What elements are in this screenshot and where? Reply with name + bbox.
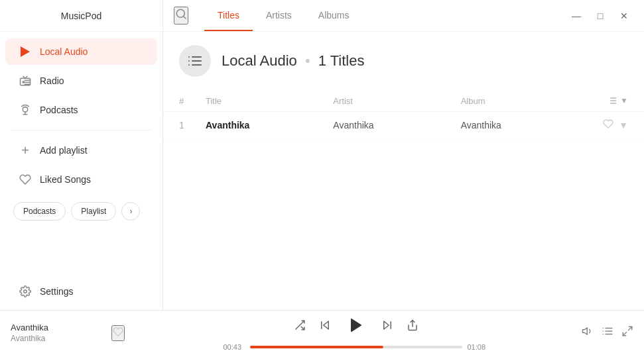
svg-marker-23 xyxy=(323,321,328,329)
sidebar-radio-label: Radio xyxy=(40,76,64,86)
heart-icon xyxy=(19,173,32,186)
svg-marker-29 xyxy=(583,328,588,335)
player-like-button[interactable] xyxy=(111,325,125,341)
player-progress: 00:43 01:08 xyxy=(224,343,489,351)
prev-button[interactable] xyxy=(319,319,331,334)
liked-songs-label: Liked Songs xyxy=(40,174,91,185)
tab-albums[interactable]: Albums xyxy=(305,1,363,31)
app-container: Local Audio Radio Podcasts + Add playlis… xyxy=(0,32,644,310)
next-button[interactable] xyxy=(381,319,393,334)
play-button[interactable] xyxy=(344,315,368,339)
content-area: Local Audio • 1 Titles # Title Artist Al… xyxy=(163,32,644,310)
podcast-icon xyxy=(19,103,32,117)
window-controls: — □ ✕ xyxy=(567,7,633,25)
sidebar-item-radio[interactable]: Radio xyxy=(5,68,157,94)
play-icon xyxy=(19,45,32,58)
sort-icon xyxy=(607,95,617,106)
player-track-info: Avanthika Avanthika xyxy=(11,323,103,343)
progress-bar[interactable] xyxy=(250,346,462,348)
content-title: Local Audio • 1 Titles xyxy=(222,52,364,70)
sidebar-local-audio-label: Local Audio xyxy=(40,46,88,57)
maximize-button[interactable]: □ xyxy=(591,7,610,25)
svg-line-36 xyxy=(629,327,632,330)
svg-marker-26 xyxy=(383,321,389,329)
filter-chevron-button[interactable]: › xyxy=(121,202,140,221)
tab-artists[interactable]: Artists xyxy=(253,1,305,31)
top-bar: MusicPod Titles Artists Albums — □ ✕ xyxy=(0,0,644,32)
like-button[interactable] xyxy=(603,119,613,132)
shuffle-button[interactable] xyxy=(294,319,306,334)
podcasts-filter-button[interactable]: Podcasts xyxy=(13,202,66,221)
sort-chevron-icon: ▼ xyxy=(620,96,628,105)
playlist-filter-button[interactable]: Playlist xyxy=(71,202,116,221)
player-right-controls xyxy=(582,325,633,340)
nav-tabs: Titles Artists Albums xyxy=(204,1,363,31)
svg-line-37 xyxy=(623,332,626,336)
settings-gear-icon xyxy=(19,285,32,298)
fullscreen-button[interactable] xyxy=(621,325,633,340)
share-button[interactable] xyxy=(407,319,419,334)
sidebar-item-liked-songs[interactable]: Liked Songs xyxy=(5,166,157,193)
queue-button[interactable] xyxy=(602,325,613,340)
sidebar-divider-1 xyxy=(11,130,152,130)
svg-marker-25 xyxy=(352,319,361,331)
svg-point-8 xyxy=(24,290,27,293)
sidebar-item-podcasts[interactable]: Podcasts xyxy=(5,97,157,123)
main-content: Local Audio • 1 Titles # Title Artist Al… xyxy=(163,32,644,310)
svg-line-1 xyxy=(183,16,185,18)
volume-button[interactable] xyxy=(582,325,594,340)
col-header-artist: Artist xyxy=(333,96,460,106)
add-playlist-button[interactable]: + Add playlist xyxy=(5,137,157,164)
progress-fill xyxy=(250,346,384,348)
row-number: 1 xyxy=(179,120,206,130)
row-artist: Avanthika xyxy=(333,120,460,130)
player-track-name: Avanthika xyxy=(11,323,103,332)
table-header: # Title Artist Album ▼ xyxy=(163,90,644,112)
sidebar-podcasts-label: Podcasts xyxy=(40,105,78,115)
col-header-album: Album xyxy=(461,96,588,106)
sidebar-item-settings[interactable]: Settings xyxy=(5,278,157,305)
row-expand-icon[interactable]: ▼ xyxy=(619,120,628,130)
svg-point-3 xyxy=(23,81,24,83)
settings-label: Settings xyxy=(40,286,74,297)
player-buttons xyxy=(294,315,419,339)
content-source-icon xyxy=(179,45,211,77)
plus-icon: + xyxy=(19,144,32,157)
col-header-actions: ▼ xyxy=(588,95,628,106)
top-bar-right: Titles Artists Albums — □ ✕ xyxy=(163,1,644,31)
close-button[interactable]: ✕ xyxy=(615,7,633,25)
tab-titles[interactable]: Titles xyxy=(204,1,253,31)
table-row[interactable]: 1 Avanthika Avanthika Avanthika ▼ xyxy=(163,112,644,139)
sidebar-filter: Podcasts Playlist › xyxy=(0,197,162,226)
radio-icon xyxy=(19,74,32,87)
player-track-artist: Avanthika xyxy=(11,334,103,343)
add-playlist-label: Add playlist xyxy=(40,145,88,156)
time-total: 01:08 xyxy=(468,343,489,351)
app-title: MusicPod xyxy=(0,0,163,31)
sidebar: Local Audio Radio Podcasts + Add playlis… xyxy=(0,32,163,310)
content-header: Local Audio • 1 Titles xyxy=(163,32,644,90)
col-header-title: Title xyxy=(206,96,333,106)
row-actions: ▼ xyxy=(588,119,628,132)
row-title: Avanthika xyxy=(206,120,333,130)
player-controls: 00:43 01:08 xyxy=(138,315,574,351)
sidebar-item-local-audio[interactable]: Local Audio xyxy=(5,38,157,65)
time-current: 00:43 xyxy=(224,343,245,351)
player-bar: Avanthika Avanthika 00:43 xyxy=(0,310,644,355)
minimize-button[interactable]: — xyxy=(567,7,586,25)
col-header-num: # xyxy=(179,96,206,106)
search-button[interactable] xyxy=(174,7,188,25)
row-album: Avanthika xyxy=(461,120,588,130)
